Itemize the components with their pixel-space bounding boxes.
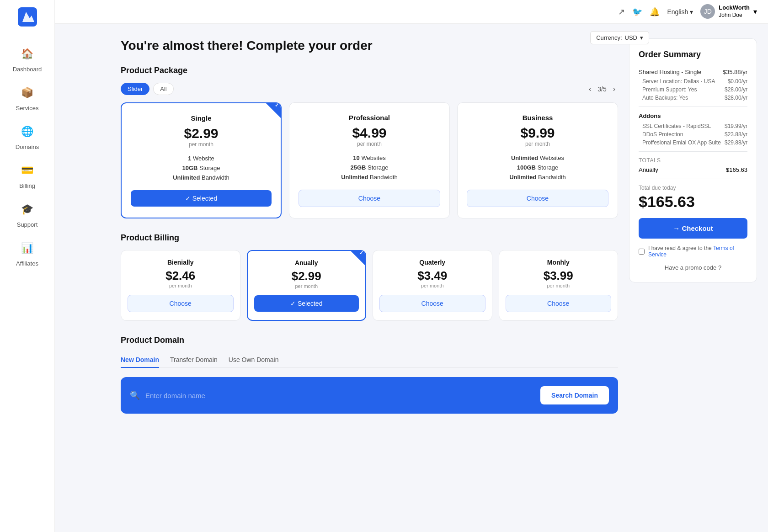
- selected-corner-indicator: [351, 251, 365, 266]
- sidebar-item-billing[interactable]: 💳 Billing: [0, 156, 54, 195]
- package-choose-btn[interactable]: Choose: [467, 190, 608, 207]
- billing-choose-btn[interactable]: Choose: [379, 295, 485, 312]
- currency-selector[interactable]: Currency: USD ▾: [590, 31, 649, 44]
- tab-own-domain[interactable]: Use Own Domain: [229, 352, 279, 368]
- billing-name: Monhly: [506, 259, 612, 266]
- package-selected-btn[interactable]: ✓ Selected: [131, 190, 272, 207]
- billing-period: per month: [254, 283, 359, 289]
- domains-icon: 🌐: [18, 122, 37, 141]
- total-amount: $165.63: [639, 193, 747, 211]
- summary-item-value: $35.88/yr: [723, 69, 747, 75]
- tos-text: I have read & agree to the Terms of Serv…: [648, 245, 747, 258]
- summary-line-server: Server Location: Dallas - USA $0.00/yr: [639, 78, 747, 85]
- tos-row: I have read & agree to the Terms of Serv…: [639, 245, 747, 258]
- sidebar-item-label: Affiliates: [16, 260, 38, 267]
- bell-icon[interactable]: 🔔: [650, 7, 660, 17]
- search-icon: 🔍: [130, 390, 140, 400]
- package-choose-btn[interactable]: Choose: [299, 190, 440, 207]
- user-company: LockWorth: [719, 4, 750, 12]
- billing-name: Quaterly: [379, 259, 485, 266]
- next-page-btn[interactable]: ›: [610, 84, 618, 94]
- sidebar-item-affiliates[interactable]: 📊 Affiliates: [0, 234, 54, 272]
- billing-choose-btn[interactable]: Choose: [128, 295, 234, 312]
- app-logo: [18, 7, 37, 28]
- tab-transfer-domain[interactable]: Transfer Domain: [170, 352, 218, 368]
- package-period: per month: [299, 141, 440, 147]
- billing-choose-btn[interactable]: Choose: [506, 295, 612, 312]
- domain-section-title: Product Domain: [121, 335, 618, 345]
- billing-name: Anually: [254, 259, 359, 266]
- billing-price: $3.49: [379, 269, 485, 283]
- billing-selected-btn[interactable]: ✓ Selected: [254, 295, 359, 312]
- package-filters: Slider All ‹ 3/5 ›: [121, 83, 618, 95]
- summary-addon-ssl: SSL Certificates - RapidSSL $19.99/yr: [639, 123, 747, 129]
- domain-search-box: 🔍 Search Domain: [121, 377, 618, 414]
- feature-item: 100GB Storage: [467, 164, 608, 171]
- selected-corner-indicator: [266, 103, 281, 118]
- promo-code-link[interactable]: Have a promo code ?: [639, 264, 747, 271]
- addon-label: Proffesional Emial OX App Suite: [642, 139, 721, 146]
- summary-addon-ddos: DDoS Protection $23.88/yr: [639, 131, 747, 138]
- totals-label: Totals: [639, 157, 747, 164]
- package-price: $9.99: [467, 125, 608, 141]
- page-count: 3/5: [597, 85, 606, 93]
- summary-line-support: Premium Support: Yes $28.00/yr: [639, 86, 747, 93]
- tab-new-domain[interactable]: New Domain: [121, 352, 159, 368]
- chevron-down-icon: ▾: [690, 8, 693, 16]
- product-package-section: Product Package Slider All ‹ 3/5 › Singl…: [121, 66, 618, 218]
- dashboard-icon: 🏠: [18, 45, 37, 63]
- addon-label: DDoS Protection: [642, 131, 683, 138]
- billing-monhly: Monhly $3.99 per month Choose: [499, 250, 619, 321]
- filter-all-btn[interactable]: All: [153, 83, 173, 95]
- addon-label: SSL Certificates - RapidSSL: [642, 123, 711, 129]
- billing-icon: 💳: [18, 161, 37, 180]
- topbar: ↗ 🐦 🔔 English ▾ JD LockWorth John Doe ▾: [55, 0, 768, 24]
- domain-search-input[interactable]: [145, 392, 535, 399]
- bird-icon[interactable]: 🐦: [632, 7, 642, 17]
- chevron-down-icon: ▾: [640, 34, 643, 41]
- tos-checkbox[interactable]: [639, 249, 645, 255]
- currency-label: Currency:: [596, 34, 622, 41]
- summary-item-label: Premium Support: Yes: [642, 86, 697, 93]
- package-name: Business: [467, 114, 608, 122]
- billing-period: per month: [379, 283, 485, 288]
- sidebar-item-services[interactable]: 📦 Services: [0, 78, 54, 117]
- user-menu[interactable]: JD LockWorth John Doe ▾: [700, 4, 757, 19]
- search-domain-btn[interactable]: Search Domain: [540, 386, 609, 404]
- summary-title: Order Summary: [639, 50, 747, 59]
- billing-price: $2.46: [128, 269, 234, 283]
- filter-slider-btn[interactable]: Slider: [121, 83, 149, 95]
- summary-item-value: $28.00/yr: [725, 86, 747, 93]
- sidebar-item-domains[interactable]: 🌐 Domains: [0, 117, 54, 156]
- checkout-btn[interactable]: → Checkout: [639, 218, 747, 239]
- total-due-label: Total due today: [639, 185, 747, 191]
- share-icon[interactable]: ↗: [618, 7, 625, 17]
- product-billing-section: Product Billing Bienially $2.46 per mont…: [121, 233, 618, 321]
- sidebar-item-dashboard[interactable]: 🏠 Dashboard: [0, 39, 54, 78]
- content-area: You're almost there! Complete your order…: [121, 38, 618, 414]
- billing-period: per month: [128, 283, 234, 288]
- prev-page-btn[interactable]: ‹: [586, 84, 594, 94]
- billing-bienially: Bienially $2.46 per month Choose: [121, 250, 240, 321]
- services-icon: 📦: [18, 84, 37, 102]
- addon-value: $29.88/yr: [725, 139, 747, 146]
- sidebar-item-label: Billing: [19, 182, 35, 189]
- billing-section-title: Product Billing: [121, 233, 618, 243]
- summary-line-backups: Auto Backups: Yes $28.00/yr: [639, 95, 747, 101]
- pagination: ‹ 3/5 ›: [586, 84, 618, 94]
- order-summary: Order Summary Shared Hosting - Single $3…: [629, 38, 757, 282]
- package-period: per month: [467, 141, 608, 147]
- product-domain-section: Product Domain New Domain Transfer Domai…: [121, 335, 618, 414]
- package-features: 1 Website 10GB Storage Unlimited Bandwid…: [131, 155, 272, 181]
- main-content: You're almost there! Complete your order…: [110, 24, 768, 532]
- language-selector[interactable]: English ▾: [667, 8, 693, 16]
- feature-item: Unlimited Websites: [467, 154, 608, 161]
- page-title: You're almost there! Complete your order: [121, 38, 618, 53]
- user-chevron-icon: ▾: [753, 7, 757, 16]
- currency-value: USD: [625, 34, 637, 41]
- billing-price: $2.99: [254, 269, 359, 283]
- addons-title: Addons: [639, 112, 747, 119]
- sidebar-item-support[interactable]: 🎓 Support: [0, 195, 54, 234]
- domain-tabs: New Domain Transfer Domain Use Own Domai…: [121, 352, 618, 368]
- package-name: Single: [131, 114, 272, 122]
